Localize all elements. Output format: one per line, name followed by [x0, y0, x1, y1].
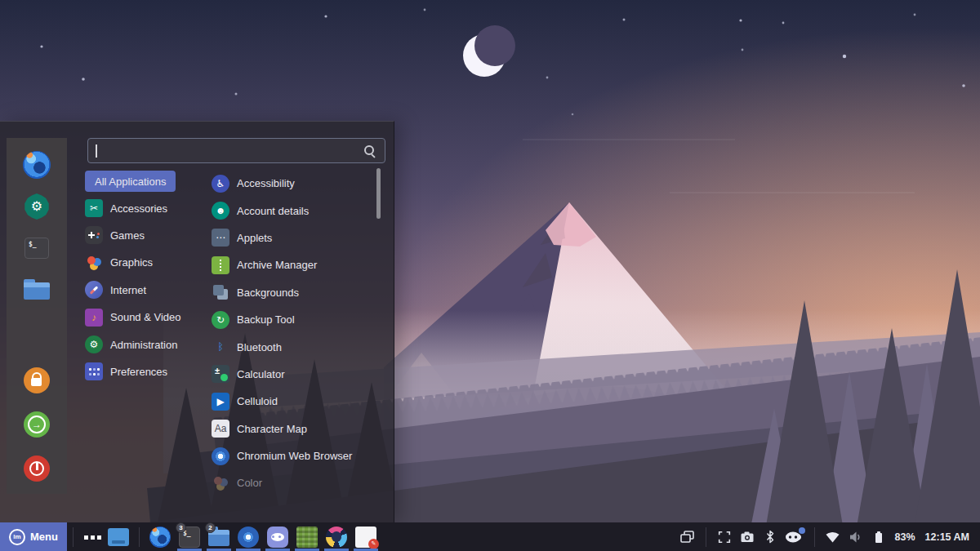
category-item[interactable]: Graphics	[85, 249, 209, 276]
grouped-windows-icon	[82, 528, 100, 546]
celluloid-icon: ▶	[212, 393, 229, 411]
firefox-icon	[149, 527, 171, 548]
separator	[706, 527, 706, 547]
chromium-icon	[238, 527, 259, 548]
archive-manager-icon	[212, 256, 229, 274]
notification-dot	[799, 527, 805, 534]
category-item[interactable]: Preferences	[85, 358, 209, 385]
category-item[interactable]: Internet	[85, 277, 209, 304]
minecraft-icon	[296, 527, 318, 548]
search-bar[interactable]	[87, 138, 385, 163]
accessibility-icon: ♿	[212, 175, 229, 193]
scrollbar-thumb[interactable]	[376, 168, 381, 219]
files-launcher[interactable]	[23, 276, 51, 304]
menu-button[interactable]: lm Menu	[0, 522, 67, 551]
window-switcher-applet[interactable]	[677, 522, 698, 551]
lock-screen-button[interactable]	[23, 367, 51, 394]
battery-applet[interactable]	[868, 522, 889, 551]
taskbar-app[interactable]	[263, 522, 292, 551]
network-applet[interactable]	[822, 522, 844, 551]
category-item[interactable]: ♪ Sound & Video	[85, 304, 209, 331]
taskbar-app[interactable]: $_ 3	[175, 522, 204, 551]
bluetooth-icon: ᛒ	[212, 338, 229, 356]
volume-applet[interactable]	[845, 522, 866, 551]
application-item[interactable]: Archive Manager	[212, 251, 376, 278]
account-details-icon: ☻	[212, 202, 229, 220]
preferences-icon	[85, 362, 103, 380]
application-item[interactable]: Backgrounds	[212, 279, 376, 306]
favorite-apps: ⚙ $_	[23, 151, 51, 304]
taskbar-app[interactable]	[234, 522, 263, 551]
desktop: ⚙ $_	[0, 0, 980, 551]
software-manager-icon: ⚙	[24, 193, 50, 220]
show-desktop-applet[interactable]	[104, 522, 133, 551]
application-item[interactable]: ± Calculator	[212, 361, 376, 388]
accessories-icon: ✂	[85, 199, 103, 217]
taskbar-app[interactable]	[351, 522, 381, 551]
camera-icon	[740, 530, 755, 544]
screenshot-tool-applet[interactable]	[737, 522, 758, 551]
discord-tray-applet[interactable]	[782, 522, 807, 551]
application-item[interactable]: ↻ Backup Tool	[212, 306, 376, 333]
application-item[interactable]: ♿ Accessibility	[212, 170, 376, 197]
terminal-icon: $_	[24, 238, 49, 259]
taskbar: lm Menu $_ 3 2	[0, 522, 980, 551]
application-item[interactable]: Chromium Web Browser	[212, 442, 376, 469]
terminal-launcher[interactable]: $_	[23, 234, 51, 262]
bluetooth-applet[interactable]	[760, 522, 781, 551]
games-icon	[85, 226, 103, 244]
character-map-icon: Aa	[212, 420, 229, 438]
session-buttons	[23, 367, 51, 482]
taskbar-app[interactable]: 2	[204, 522, 234, 551]
log-out-button[interactable]	[23, 411, 51, 438]
calculator-icon: ±	[212, 365, 229, 383]
taskbar-app[interactable]	[292, 522, 322, 551]
application-list: ♿ Accessibility ☻ Account details ⋯ Appl…	[212, 170, 376, 497]
separator	[73, 527, 74, 547]
backup-tool-icon: ↻	[212, 311, 229, 329]
applets-icon: ⋯	[212, 229, 229, 247]
bluetooth-icon	[764, 530, 777, 544]
linux-mint-logo-icon: lm	[9, 529, 25, 545]
separator	[814, 527, 815, 547]
category-item[interactable]: Games	[85, 222, 209, 249]
show-desktop-icon	[108, 528, 129, 546]
category-item[interactable]: All Applications	[85, 171, 176, 192]
menu-sidebar: ⚙ $_	[7, 138, 67, 494]
application-item[interactable]: ☻ Account details	[212, 197, 376, 224]
system-tray: 83% 12:15 AM	[677, 522, 980, 551]
menu-button-label: Menu	[30, 531, 58, 543]
application-menu: ⚙ $_	[0, 121, 394, 523]
window-count-badge: 2	[205, 522, 216, 533]
separator	[139, 527, 140, 547]
internet-icon	[85, 281, 103, 299]
category-item[interactable]: ✂ Accessories	[85, 194, 209, 221]
quit-button[interactable]	[23, 455, 51, 482]
power-icon	[24, 455, 50, 482]
color-icon	[212, 474, 229, 492]
search-input[interactable]	[88, 144, 363, 157]
application-item[interactable]: ▶ Celluloid	[212, 388, 376, 415]
window-switcher-icon	[679, 529, 695, 544]
fit-to-screen-icon	[717, 530, 732, 544]
grouped-windows-applet[interactable]	[79, 522, 104, 551]
category-item[interactable]: ⚙ Administration	[85, 331, 209, 358]
taskbar-app[interactable]	[322, 522, 351, 551]
application-item[interactable]: Color	[212, 469, 376, 496]
window-count-badge: 3	[176, 522, 186, 533]
speaker-icon	[849, 531, 863, 544]
search-icon	[363, 144, 376, 158]
administration-icon: ⚙	[85, 335, 103, 353]
application-item[interactable]: ᛒ Bluetooth	[212, 333, 376, 360]
battery-percentage[interactable]: 83%	[895, 531, 915, 543]
taskbar-app[interactable]	[145, 522, 175, 551]
files-icon	[24, 279, 50, 301]
battery-icon	[871, 530, 885, 544]
software-manager-launcher[interactable]: ⚙	[23, 193, 51, 220]
application-item[interactable]: Aa Character Map	[212, 415, 376, 442]
fit-to-screen-applet[interactable]	[714, 522, 735, 551]
log-out-icon	[24, 411, 50, 438]
clock[interactable]: 12:15 AM	[925, 531, 969, 543]
application-item[interactable]: ⋯ Applets	[212, 224, 376, 251]
firefox-launcher[interactable]	[23, 151, 51, 179]
